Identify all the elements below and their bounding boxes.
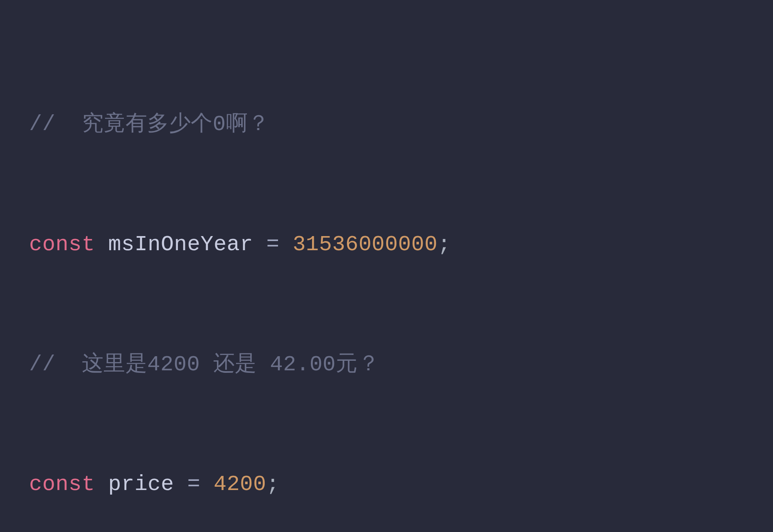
code-line-comment: // 究竟有多少个0啊？ [29, 105, 744, 145]
code-line-comment: // 这里是4200 还是 42.00元？ [29, 345, 744, 385]
identifier: price [95, 472, 187, 497]
semicolon: ; [438, 232, 451, 257]
semicolon: ; [266, 472, 280, 497]
keyword-const: const [29, 472, 95, 497]
code-line-declaration: const msInOneYear = 31536000000; [29, 225, 744, 265]
code-editor[interactable]: // 究竟有多少个0啊？ const msInOneYear = 3153600… [29, 25, 744, 532]
identifier: msInOneYear [95, 232, 266, 257]
number-literal: 31536000000 [279, 232, 437, 257]
code-line-declaration: const price = 4200; [29, 465, 744, 505]
operator-assign: = [187, 472, 200, 497]
comment-text: // 究竟有多少个0啊？ [29, 112, 270, 137]
comment-text: // 这里是4200 还是 42.00元？ [29, 352, 379, 377]
keyword-const: const [29, 232, 95, 257]
number-literal: 4200 [200, 472, 266, 497]
operator-assign: = [266, 232, 280, 257]
